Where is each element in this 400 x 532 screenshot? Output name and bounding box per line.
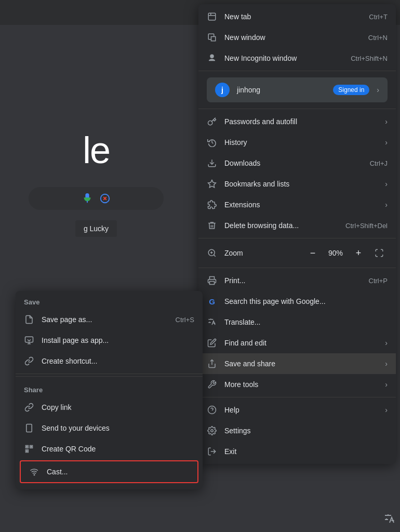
help-label: Help — [224, 406, 376, 414]
menu-item-exit[interactable]: Exit — [198, 441, 396, 462]
submenu-item-create-shortcut[interactable]: Create shortcut... — [16, 351, 203, 371]
cast-label: Cast... — [47, 468, 68, 476]
save-page-icon — [24, 314, 34, 325]
extensions-label: Extensions — [224, 201, 376, 209]
find-edit-arrow: › — [385, 339, 388, 347]
google-logo: le — [83, 129, 110, 171]
save-share-icon — [207, 358, 217, 369]
submenu-divider — [16, 376, 203, 377]
save-page-label: Save page as... — [42, 315, 168, 324]
profile-arrow-icon: › — [377, 86, 379, 94]
menu-item-new-tab[interactable]: New tab Ctrl+T — [198, 6, 396, 27]
zoom-label: Zoom — [224, 249, 297, 257]
profile-item[interactable]: j jinhong Signed in › — [207, 77, 388, 102]
menu-item-incognito[interactable]: New Incognito window Ctrl+Shift+N — [198, 48, 396, 69]
menu-section-tools: Passwords and autofill › History › Do — [198, 109, 396, 238]
menu-section-profile: j jinhong Signed in › — [198, 71, 396, 109]
exit-icon — [207, 446, 217, 457]
submenu-share-section: Share Copy link Send to your devices — [16, 379, 203, 489]
find-edit-icon — [207, 338, 217, 348]
menu-item-bookmarks[interactable]: Bookmarks and lists › — [198, 174, 396, 194]
submenu-item-copy-link[interactable]: Copy link — [16, 397, 203, 418]
bookmarks-icon — [207, 179, 217, 189]
more-tools-icon — [207, 379, 217, 390]
lucky-button[interactable]: g Lucky — [75, 220, 117, 237]
save-share-arrow: › — [385, 360, 388, 368]
send-devices-icon — [24, 423, 34, 433]
menu-item-translate[interactable]: Translate... — [198, 312, 396, 332]
submenu-item-install-app[interactable]: Install page as app... — [16, 330, 203, 351]
downloads-label: Downloads — [224, 159, 363, 167]
menu-item-delete-browsing[interactable]: Delete browsing data... Ctrl+Shift+Del — [198, 215, 396, 236]
menu-item-more-tools[interactable]: More tools › — [198, 374, 396, 395]
menu-item-history[interactable]: History › — [198, 132, 396, 153]
save-share-submenu: Save Save page as... Ctrl+S Install p — [16, 291, 203, 489]
menu-item-search-google[interactable]: G Search this page with Google... — [198, 291, 396, 312]
new-window-shortcut: Ctrl+N — [368, 34, 388, 42]
menu-item-extensions[interactable]: Extensions › — [198, 194, 396, 215]
svg-point-18 — [211, 430, 214, 432]
submenu-item-save-page[interactable]: Save page as... Ctrl+S — [16, 309, 203, 330]
menu-item-downloads[interactable]: Downloads Ctrl+J — [198, 153, 396, 174]
menu-item-new-window[interactable]: New window Ctrl+N — [198, 27, 396, 48]
mic-icon — [82, 193, 93, 204]
help-icon — [207, 405, 217, 415]
main-context-menu: New tab Ctrl+T New window Ctrl+N New Inc… — [198, 4, 396, 464]
svg-rect-14 — [210, 282, 215, 285]
svg-rect-28 — [26, 446, 28, 447]
create-qr-label: Create QR Code — [42, 445, 194, 453]
signed-in-badge: Signed in — [333, 85, 369, 95]
bookmarks-label: Bookmarks and lists — [224, 180, 376, 188]
install-app-icon — [24, 335, 34, 345]
menu-item-help[interactable]: Help › — [198, 400, 396, 420]
new-window-icon — [207, 32, 217, 43]
menu-section-system: Help › Settings Exit — [198, 397, 396, 464]
menu-item-save-share[interactable]: Save and share › — [198, 353, 396, 374]
menu-item-settings[interactable]: Settings — [198, 420, 396, 441]
zoom-icon — [207, 248, 217, 258]
install-app-label: Install page as app... — [42, 336, 194, 344]
send-devices-label: Send to your devices — [42, 424, 194, 432]
settings-icon — [207, 425, 217, 436]
translate-menu-icon — [207, 317, 217, 327]
lens-icon — [99, 193, 111, 204]
search-bar[interactable] — [29, 187, 164, 210]
zoom-fullscreen-button[interactable] — [371, 245, 388, 261]
history-arrow: › — [385, 138, 388, 147]
passwords-arrow: › — [385, 117, 388, 126]
google-search-icon: G — [207, 296, 217, 307]
profile-name: jinhong — [237, 86, 326, 94]
zoom-controls: − 90% + — [304, 245, 388, 261]
incognito-label: New Incognito window — [224, 54, 343, 62]
bottom-right-accessibility-icon — [383, 513, 396, 528]
find-edit-label: Find and edit — [224, 339, 376, 347]
passwords-label: Passwords and autofill — [224, 117, 376, 126]
settings-label: Settings — [224, 427, 388, 435]
submenu-item-cast[interactable]: Cast... — [20, 460, 198, 483]
help-arrow: › — [385, 406, 388, 414]
new-tab-icon — [207, 11, 217, 22]
save-heading: Save — [16, 293, 203, 309]
submenu-item-create-qr[interactable]: Create QR Code — [16, 438, 203, 459]
new-tab-label: New tab — [224, 12, 362, 21]
menu-item-print[interactable]: Print... Ctrl+P — [198, 270, 396, 291]
share-heading: Share — [16, 381, 203, 397]
print-shortcut: Ctrl+P — [369, 277, 388, 285]
create-qr-icon — [24, 444, 34, 454]
svg-rect-29 — [31, 446, 32, 447]
zoom-control: Zoom − 90% + — [198, 241, 396, 265]
zoom-plus-button[interactable]: + — [350, 245, 367, 261]
exit-label: Exit — [224, 447, 388, 456]
print-label: Print... — [224, 276, 362, 285]
menu-item-find-edit[interactable]: Find and edit › — [198, 332, 396, 353]
incognito-shortcut: Ctrl+Shift+N — [351, 55, 388, 62]
menu-section-new: New tab Ctrl+T New window Ctrl+N New Inc… — [198, 4, 396, 71]
svg-marker-10 — [208, 180, 216, 188]
submenu-item-send-devices[interactable]: Send to your devices — [16, 418, 203, 438]
zoom-minus-button[interactable]: − — [304, 245, 321, 261]
extensions-arrow: › — [385, 201, 388, 209]
menu-item-passwords[interactable]: Passwords and autofill › — [198, 111, 396, 132]
translate-label: Translate... — [224, 318, 388, 326]
downloads-icon — [207, 158, 217, 168]
zoom-value: 90% — [325, 249, 346, 257]
